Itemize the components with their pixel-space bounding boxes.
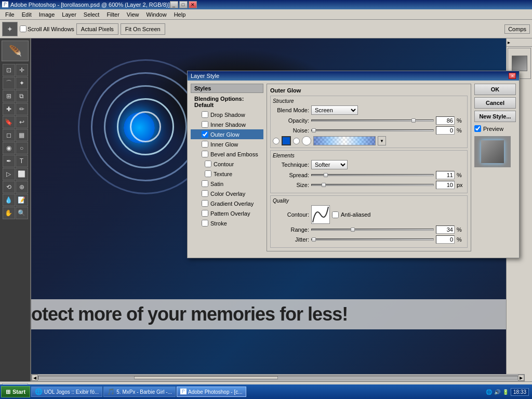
- dodge-tool[interactable]: ○: [16, 142, 28, 154]
- range-input[interactable]: [436, 225, 455, 234]
- style-pattern-overlay[interactable]: Pattern Overlay: [191, 208, 263, 218]
- eyedropper-tool[interactable]: 💧: [3, 194, 15, 206]
- gradient-radio[interactable]: [293, 138, 300, 144]
- opacity-slider[interactable]: [311, 119, 434, 122]
- style-inner-shadow[interactable]: Inner Shadow: [191, 119, 263, 129]
- 3d-tool2[interactable]: ⊕: [16, 181, 28, 193]
- menu-layer[interactable]: Layer: [59, 10, 79, 19]
- ok-btn[interactable]: OK: [474, 84, 516, 95]
- drop-shadow-check[interactable]: [202, 111, 208, 118]
- taskbar-item-2[interactable]: 🎵 5. MxPx - Barbie Girl -...: [103, 387, 176, 397]
- color-swatch-blue[interactable]: [282, 136, 291, 145]
- range-thumb[interactable]: [351, 228, 355, 232]
- lasso-tool[interactable]: ⌒: [3, 77, 15, 89]
- scroll-thumb-h[interactable]: [134, 376, 278, 379]
- noise-slider[interactable]: [311, 129, 434, 131]
- new-style-btn[interactable]: New Style...: [474, 111, 516, 122]
- outer-glow-check[interactable]: [202, 131, 208, 138]
- style-bevel-emboss[interactable]: Bevel and Emboss: [191, 149, 263, 159]
- style-drop-shadow[interactable]: Drop Shadow: [191, 110, 263, 119]
- spread-thumb[interactable]: [324, 173, 328, 177]
- texture-check[interactable]: [205, 170, 211, 177]
- size-input[interactable]: [436, 181, 455, 189]
- size-thumb[interactable]: [322, 183, 326, 187]
- scroll-right-btn[interactable]: ▶: [518, 375, 524, 381]
- hand-tool[interactable]: ✋: [3, 207, 15, 219]
- heal-tool[interactable]: ✚: [3, 103, 15, 115]
- opacity-thumb[interactable]: [411, 118, 416, 123]
- actual-pixels-btn[interactable]: Actual Pixels: [76, 23, 118, 35]
- spread-input[interactable]: [436, 171, 455, 179]
- anti-aliased-check[interactable]: [332, 211, 339, 218]
- size-slider[interactable]: [311, 184, 434, 186]
- menu-select[interactable]: Select: [81, 10, 103, 19]
- inner-glow-check[interactable]: [202, 141, 208, 148]
- menu-view[interactable]: View: [124, 10, 142, 19]
- style-gradient-overlay[interactable]: Gradient Overlay: [191, 198, 263, 208]
- stroke-check[interactable]: [202, 220, 208, 227]
- taskbar-item-1[interactable]: 🌐 UOL Jogos :: Exibir fó...: [31, 387, 102, 397]
- dialog-close-btn[interactable]: ✕: [509, 73, 516, 79]
- path-select[interactable]: ▷: [3, 168, 15, 180]
- marquee-tool[interactable]: ⊡: [3, 64, 15, 76]
- menu-file[interactable]: File: [2, 10, 18, 19]
- type-tool[interactable]: T: [16, 155, 28, 167]
- taskbar-item-3[interactable]: 🅿 Adobe Photoshop - [c...: [177, 387, 246, 397]
- contour-preview[interactable]: [311, 205, 330, 224]
- menu-help[interactable]: Help: [171, 10, 189, 19]
- pattern-overlay-check[interactable]: [202, 210, 208, 217]
- cancel-btn[interactable]: Cancel: [474, 97, 516, 109]
- spread-slider[interactable]: [311, 174, 434, 176]
- 3d-rotate[interactable]: ⟲: [3, 181, 15, 193]
- jitter-thumb[interactable]: [312, 237, 316, 242]
- blend-mode-select[interactable]: Screen Normal Multiply: [311, 105, 358, 115]
- history-brush[interactable]: ↩: [16, 116, 28, 128]
- gradient-overlay-check[interactable]: [202, 200, 208, 207]
- close-btn[interactable]: ✕: [189, 1, 197, 8]
- blur-tool[interactable]: ◉: [3, 142, 15, 154]
- style-contour[interactable]: Contour: [191, 159, 263, 169]
- slice-tool[interactable]: ⧉: [16, 90, 28, 102]
- notes-tool[interactable]: 📝: [16, 194, 28, 206]
- jitter-slider[interactable]: [311, 238, 434, 241]
- comps-panel-btn[interactable]: Comps: [504, 24, 530, 34]
- inner-shadow-check[interactable]: [202, 121, 208, 128]
- stamp-tool[interactable]: 🔖: [3, 116, 15, 128]
- fit-on-screen-btn[interactable]: Fit On Screen: [121, 23, 165, 35]
- bevel-emboss-check[interactable]: [202, 151, 208, 157]
- scroll-track-h[interactable]: [38, 376, 518, 380]
- noise-input[interactable]: [436, 126, 455, 135]
- scroll-left-btn[interactable]: ◀: [32, 375, 38, 381]
- crop-tool[interactable]: ⊞: [3, 90, 15, 102]
- style-inner-glow[interactable]: Inner Glow: [191, 139, 263, 149]
- eraser-tool[interactable]: ◻: [3, 129, 15, 141]
- color-swatch-white[interactable]: [302, 136, 311, 145]
- gradient-swatch[interactable]: [313, 136, 376, 145]
- pen-tool[interactable]: ✒: [3, 155, 15, 167]
- technique-select[interactable]: Softer Precise: [311, 160, 348, 169]
- menu-filter[interactable]: Filter: [103, 10, 122, 19]
- menu-window[interactable]: Window: [143, 10, 170, 19]
- preview-check[interactable]: [474, 125, 481, 132]
- move-tool[interactable]: ✛: [16, 64, 28, 76]
- satin-check[interactable]: [202, 180, 208, 187]
- jitter-input[interactable]: [436, 235, 455, 244]
- noise-thumb[interactable]: [312, 128, 316, 132]
- style-color-overlay[interactable]: Color Overlay: [191, 189, 263, 198]
- style-blending-options[interactable]: Blending Options: Default: [191, 94, 263, 110]
- menu-edit[interactable]: Edit: [19, 10, 35, 19]
- color-radio[interactable]: [273, 138, 280, 144]
- magic-wand[interactable]: ✦: [16, 77, 28, 89]
- shape-tool[interactable]: ⬜: [16, 168, 28, 180]
- range-slider[interactable]: [311, 229, 434, 231]
- style-stroke[interactable]: Stroke: [191, 218, 263, 228]
- brush-tool[interactable]: ✏: [16, 103, 28, 115]
- minimize-btn[interactable]: _: [170, 1, 178, 8]
- menu-image[interactable]: Image: [36, 10, 58, 19]
- start-button[interactable]: ⊞ Start: [1, 386, 30, 397]
- gradient-tool[interactable]: ▦: [16, 129, 28, 141]
- style-satin[interactable]: Satin: [191, 179, 263, 189]
- gradient-dropdown[interactable]: ▼: [378, 136, 386, 145]
- contour-check[interactable]: [205, 161, 211, 167]
- style-texture[interactable]: Texture: [191, 169, 263, 179]
